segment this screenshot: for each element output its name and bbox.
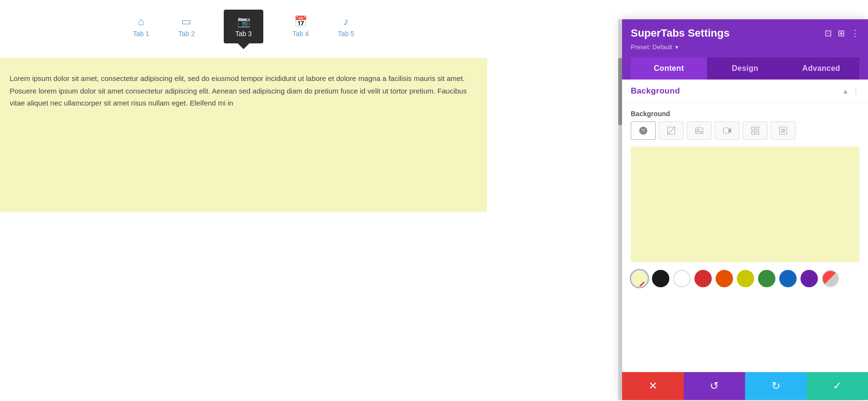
svg-rect-5 [724, 128, 729, 134]
tab-advanced[interactable]: Advanced [783, 57, 859, 80]
action-bar: ✕ ↺ ↻ ✓ [622, 372, 868, 400]
preset-label: Preset: Default [631, 43, 672, 51]
svg-rect-12 [782, 129, 785, 132]
tab-content-area: Lorem ipsum dolor sit amet, consectetur … [0, 58, 487, 212]
settings-panel: SuperTabs Settings ⊡ ⊞ ⋮ Preset: Default… [622, 19, 868, 400]
bg-type-color[interactable] [631, 121, 656, 140]
svg-point-4 [697, 129, 699, 130]
svg-rect-7 [752, 127, 755, 130]
tab-1-icon: ⌂ [138, 15, 144, 28]
tab-4-icon: 📅 [294, 15, 307, 28]
section-more-icon[interactable]: ⋮ [853, 87, 859, 95]
tab-bar: ⌂ Tab 1 ▭ Tab 2 📷 Tab 3 📅 Tab 4 ♪ Tab 5 [0, 0, 487, 43]
swatch-current[interactable] [631, 270, 648, 287]
svg-rect-10 [756, 132, 759, 134]
preset-arrow-icon: ▼ [674, 44, 679, 50]
columns-icon[interactable]: ⊞ [838, 28, 845, 39]
swatch-green[interactable] [758, 270, 775, 287]
cancel-button[interactable]: ✕ [622, 372, 684, 400]
bg-type-none[interactable] [659, 121, 684, 140]
panel-body: Background ▲ ⋮ Background [622, 80, 868, 372]
tab-5-label: Tab 5 [338, 30, 354, 38]
swatch-white[interactable] [673, 270, 691, 287]
settings-title-row: SuperTabs Settings ⊡ ⊞ ⋮ [631, 27, 859, 40]
confirm-button[interactable]: ✓ [807, 372, 868, 400]
tab-3-icon: 📷 [237, 15, 250, 28]
settings-title: SuperTabs Settings [631, 27, 730, 40]
background-type-row [622, 121, 868, 147]
svg-marker-6 [729, 129, 731, 133]
background-label: Background [622, 103, 868, 121]
color-swatches-row [622, 262, 868, 295]
section-header-controls: ▲ ⋮ [842, 87, 859, 95]
color-preview[interactable] [631, 147, 859, 262]
tab-1-label: Tab 1 [133, 30, 149, 38]
tab-5[interactable]: ♪ Tab 5 [338, 15, 354, 38]
swatch-orange[interactable] [716, 270, 733, 287]
tab-4[interactable]: 📅 Tab 4 [292, 15, 309, 38]
scrollbar-track[interactable] [618, 19, 622, 400]
tab-3-label: Tab 3 [235, 30, 252, 38]
bg-type-image[interactable] [687, 121, 712, 140]
undo-button[interactable]: ↺ [684, 372, 746, 400]
tab-5-icon: ♪ [343, 15, 349, 28]
svg-rect-8 [756, 127, 759, 130]
settings-header: SuperTabs Settings ⊡ ⊞ ⋮ Preset: Default… [622, 19, 868, 80]
collapse-icon[interactable]: ▲ [842, 87, 849, 95]
tab-design[interactable]: Design [707, 57, 783, 80]
swatch-blue[interactable] [779, 270, 797, 287]
tab-1[interactable]: ⌂ Tab 1 [133, 15, 149, 38]
bg-type-mask[interactable] [771, 121, 796, 140]
bg-type-video[interactable] [715, 121, 740, 140]
swatch-yellow[interactable] [737, 270, 754, 287]
settings-header-icons: ⊡ ⊞ ⋮ [825, 28, 859, 39]
content-text: Lorem ipsum dolor sit amet, consectetur … [10, 72, 477, 109]
swatch-pencil[interactable] [822, 270, 839, 287]
redo-button[interactable]: ↻ [745, 372, 807, 400]
preset-row[interactable]: Preset: Default ▼ [631, 43, 859, 51]
section-title: Background [631, 86, 680, 96]
background-section-header: Background ▲ ⋮ [622, 80, 868, 103]
more-icon[interactable]: ⋮ [851, 28, 859, 39]
resize-icon[interactable]: ⊡ [825, 28, 832, 39]
scrollbar-thumb[interactable] [618, 58, 622, 125]
tab-2-label: Tab 2 [178, 30, 195, 38]
tab-2[interactable]: ▭ Tab 2 [178, 15, 195, 38]
svg-line-2 [668, 127, 675, 134]
swatch-black[interactable] [652, 270, 669, 287]
swatch-purple[interactable] [800, 270, 818, 287]
swatch-red[interactable] [694, 270, 712, 287]
tab-4-label: Tab 4 [292, 30, 309, 38]
main-content: ⌂ Tab 1 ▭ Tab 2 📷 Tab 3 📅 Tab 4 ♪ Tab 5 … [0, 0, 487, 401]
bg-type-pattern[interactable] [743, 121, 768, 140]
settings-tabs: Content Design Advanced [631, 57, 859, 80]
svg-rect-9 [752, 132, 755, 134]
tab-2-icon: ▭ [181, 15, 191, 28]
tab-3[interactable]: 📷 Tab 3 [224, 10, 263, 43]
tab-content[interactable]: Content [631, 57, 707, 80]
